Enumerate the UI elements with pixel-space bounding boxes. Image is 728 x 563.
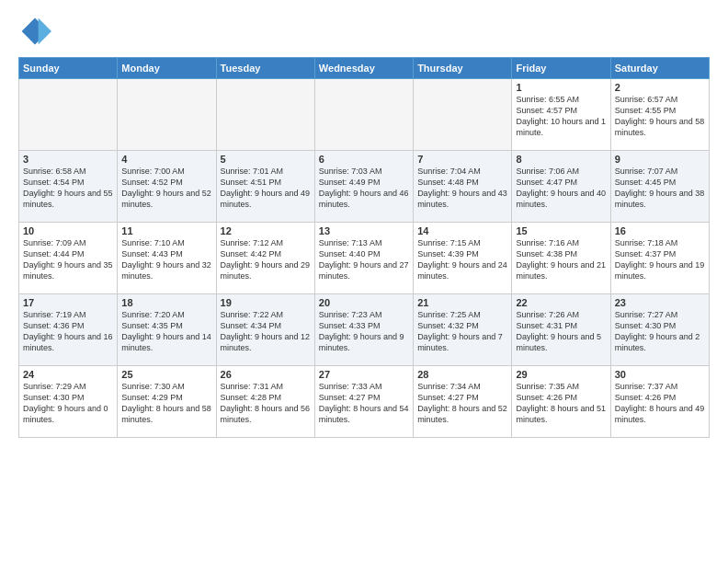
day-info: Sunrise: 7:18 AM Sunset: 4:37 PM Dayligh… [615,237,705,282]
calendar-week-4: 17Sunrise: 7:19 AM Sunset: 4:36 PM Dayli… [19,294,710,366]
day-info: Sunrise: 7:22 AM Sunset: 4:34 PM Dayligh… [221,309,311,354]
weekday-header-monday: Monday [118,58,216,79]
calendar-cell: 15Sunrise: 7:16 AM Sunset: 4:38 PM Dayli… [512,223,610,294]
calendar-cell: 23Sunrise: 7:27 AM Sunset: 4:30 PM Dayli… [610,294,709,366]
day-number: 18 [121,297,211,308]
calendar-cell: 20Sunrise: 7:23 AM Sunset: 4:33 PM Dayli… [314,294,413,366]
day-info: Sunrise: 7:33 AM Sunset: 4:27 PM Dayligh… [319,381,409,426]
day-info: Sunrise: 7:29 AM Sunset: 4:30 PM Dayligh… [23,381,113,426]
calendar-cell: 4Sunrise: 7:00 AM Sunset: 4:52 PM Daylig… [118,151,216,223]
day-number: 26 [221,369,311,380]
day-number: 29 [516,369,606,380]
day-number: 11 [121,225,211,236]
day-number: 22 [516,297,606,308]
day-number: 2 [615,82,705,93]
day-number: 13 [319,225,409,236]
day-info: Sunrise: 7:19 AM Sunset: 4:36 PM Dayligh… [23,309,113,354]
calendar-cell: 6Sunrise: 7:03 AM Sunset: 4:49 PM Daylig… [314,151,413,223]
day-info: Sunrise: 6:57 AM Sunset: 4:55 PM Dayligh… [615,94,705,139]
day-info: Sunrise: 7:07 AM Sunset: 4:45 PM Dayligh… [615,166,705,211]
calendar-cell: 10Sunrise: 7:09 AM Sunset: 4:44 PM Dayli… [19,223,118,294]
day-info: Sunrise: 7:06 AM Sunset: 4:47 PM Dayligh… [516,166,606,211]
calendar-cell [314,79,413,151]
weekday-header-row: SundayMondayTuesdayWednesdayThursdayFrid… [19,58,710,79]
day-number: 3 [23,154,113,165]
day-info: Sunrise: 7:13 AM Sunset: 4:40 PM Dayligh… [319,237,409,282]
day-info: Sunrise: 7:01 AM Sunset: 4:51 PM Dayligh… [221,166,311,211]
header [18,15,710,48]
calendar-week-1: 1Sunrise: 6:55 AM Sunset: 4:57 PM Daylig… [19,79,710,151]
calendar-cell [216,79,314,151]
day-info: Sunrise: 7:37 AM Sunset: 4:26 PM Dayligh… [615,381,705,426]
calendar-cell: 18Sunrise: 7:20 AM Sunset: 4:35 PM Dayli… [118,294,216,366]
day-info: Sunrise: 7:25 AM Sunset: 4:32 PM Dayligh… [417,309,507,354]
logo-icon [18,15,51,48]
day-number: 24 [23,369,113,380]
calendar-cell: 12Sunrise: 7:12 AM Sunset: 4:42 PM Dayli… [216,223,314,294]
day-number: 21 [417,297,507,308]
day-number: 14 [417,225,507,236]
day-number: 8 [516,154,606,165]
weekday-header-tuesday: Tuesday [216,58,314,79]
calendar-cell [19,79,118,151]
day-info: Sunrise: 7:30 AM Sunset: 4:29 PM Dayligh… [121,381,211,426]
calendar-cell: 16Sunrise: 7:18 AM Sunset: 4:37 PM Dayli… [610,223,709,294]
day-number: 15 [516,225,606,236]
calendar-cell: 21Sunrise: 7:25 AM Sunset: 4:32 PM Dayli… [414,294,512,366]
calendar-cell [118,79,216,151]
day-number: 17 [23,297,113,308]
day-number: 5 [221,154,311,165]
calendar-cell: 2Sunrise: 6:57 AM Sunset: 4:55 PM Daylig… [610,79,709,151]
calendar-cell: 13Sunrise: 7:13 AM Sunset: 4:40 PM Dayli… [314,223,413,294]
calendar-cell: 7Sunrise: 7:04 AM Sunset: 4:48 PM Daylig… [414,151,512,223]
calendar-week-2: 3Sunrise: 6:58 AM Sunset: 4:54 PM Daylig… [19,151,710,223]
weekday-header-saturday: Saturday [610,58,709,79]
day-number: 16 [615,225,705,236]
calendar-cell: 14Sunrise: 7:15 AM Sunset: 4:39 PM Dayli… [414,223,512,294]
calendar-cell: 29Sunrise: 7:35 AM Sunset: 4:26 PM Dayli… [512,366,610,438]
weekday-header-sunday: Sunday [19,58,118,79]
day-number: 9 [615,154,705,165]
day-info: Sunrise: 7:26 AM Sunset: 4:31 PM Dayligh… [516,309,606,354]
day-info: Sunrise: 7:12 AM Sunset: 4:42 PM Dayligh… [221,237,311,282]
calendar-cell: 30Sunrise: 7:37 AM Sunset: 4:26 PM Dayli… [610,366,709,438]
calendar-cell: 25Sunrise: 7:30 AM Sunset: 4:29 PM Dayli… [118,366,216,438]
calendar-cell: 3Sunrise: 6:58 AM Sunset: 4:54 PM Daylig… [19,151,118,223]
day-info: Sunrise: 7:34 AM Sunset: 4:27 PM Dayligh… [417,381,507,426]
svg-marker-1 [39,18,51,45]
calendar-cell: 8Sunrise: 7:06 AM Sunset: 4:47 PM Daylig… [512,151,610,223]
calendar-cell: 22Sunrise: 7:26 AM Sunset: 4:31 PM Dayli… [512,294,610,366]
calendar-cell [414,79,512,151]
calendar-week-5: 24Sunrise: 7:29 AM Sunset: 4:30 PM Dayli… [19,366,710,438]
day-info: Sunrise: 7:31 AM Sunset: 4:28 PM Dayligh… [221,381,311,426]
calendar-cell: 9Sunrise: 7:07 AM Sunset: 4:45 PM Daylig… [610,151,709,223]
day-info: Sunrise: 7:09 AM Sunset: 4:44 PM Dayligh… [23,237,113,282]
calendar-cell: 24Sunrise: 7:29 AM Sunset: 4:30 PM Dayli… [19,366,118,438]
day-number: 27 [319,369,409,380]
day-number: 1 [516,82,606,93]
day-number: 19 [221,297,311,308]
calendar-cell: 19Sunrise: 7:22 AM Sunset: 4:34 PM Dayli… [216,294,314,366]
calendar-cell: 11Sunrise: 7:10 AM Sunset: 4:43 PM Dayli… [118,223,216,294]
day-number: 10 [23,225,113,236]
day-info: Sunrise: 7:10 AM Sunset: 4:43 PM Dayligh… [121,237,211,282]
day-info: Sunrise: 7:15 AM Sunset: 4:39 PM Dayligh… [417,237,507,282]
day-info: Sunrise: 7:03 AM Sunset: 4:49 PM Dayligh… [319,166,409,211]
day-info: Sunrise: 7:16 AM Sunset: 4:38 PM Dayligh… [516,237,606,282]
calendar-cell: 27Sunrise: 7:33 AM Sunset: 4:27 PM Dayli… [314,366,413,438]
day-number: 30 [615,369,705,380]
calendar-cell: 1Sunrise: 6:55 AM Sunset: 4:57 PM Daylig… [512,79,610,151]
day-number: 12 [221,225,311,236]
day-number: 6 [319,154,409,165]
calendar-cell: 26Sunrise: 7:31 AM Sunset: 4:28 PM Dayli… [216,366,314,438]
day-info: Sunrise: 7:04 AM Sunset: 4:48 PM Dayligh… [417,166,507,211]
weekday-header-friday: Friday [512,58,610,79]
calendar-table: SundayMondayTuesdayWednesdayThursdayFrid… [18,57,710,438]
calendar-week-3: 10Sunrise: 7:09 AM Sunset: 4:44 PM Dayli… [19,223,710,294]
day-info: Sunrise: 7:27 AM Sunset: 4:30 PM Dayligh… [615,309,705,354]
day-info: Sunrise: 6:55 AM Sunset: 4:57 PM Dayligh… [516,94,606,139]
day-number: 20 [319,297,409,308]
weekday-header-wednesday: Wednesday [314,58,413,79]
day-info: Sunrise: 6:58 AM Sunset: 4:54 PM Dayligh… [23,166,113,211]
page: SundayMondayTuesdayWednesdayThursdayFrid… [0,0,728,563]
